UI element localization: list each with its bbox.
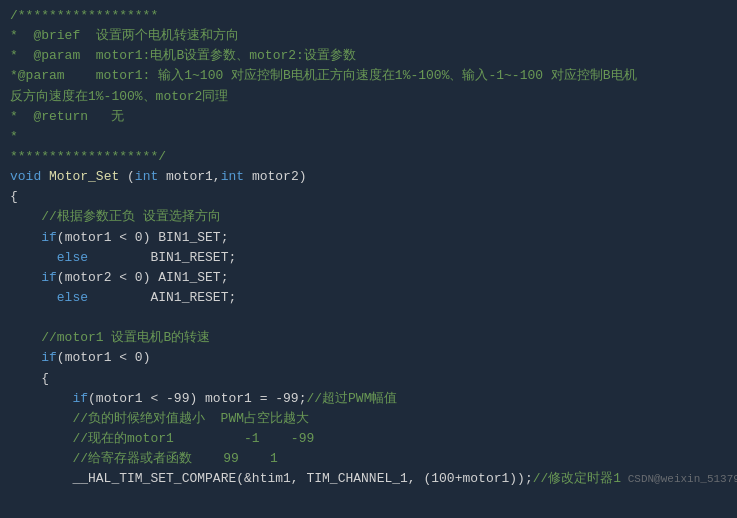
code-line: if(motor2 < 0) AIN1_SET;	[10, 268, 727, 288]
code-line	[10, 308, 727, 328]
code-lines: /******************* @brief 设置两个电机转速和方向*…	[10, 6, 727, 489]
code-line: //给寄存器或者函数 99 1	[10, 449, 727, 469]
code-line: * @param motor1:电机B设置参数、motor2:设置参数	[10, 46, 727, 66]
code-line: //motor1 设置电机B的转速	[10, 328, 727, 348]
code-line: if(motor1 < 0) BIN1_SET;	[10, 228, 727, 248]
code-line: * @return 无	[10, 107, 727, 127]
code-line: {	[10, 369, 727, 389]
code-line: //根据参数正负 设置选择方向	[10, 207, 727, 227]
code-line: if(motor1 < -99) motor1 = -99;//超过PWM幅值	[10, 389, 727, 409]
code-line: else AIN1_RESET;	[10, 288, 727, 308]
code-line: *	[10, 127, 727, 147]
code-line: *******************/	[10, 147, 727, 167]
code-line: {	[10, 187, 727, 207]
code-line: else BIN1_RESET;	[10, 248, 727, 268]
code-line: 反方向速度在1%-100%、motor2同理	[10, 87, 727, 107]
code-line: * @brief 设置两个电机转速和方向	[10, 26, 727, 46]
code-line: //负的时候绝对值越小 PWM占空比越大	[10, 409, 727, 429]
code-line: //现在的motor1 -1 -99	[10, 429, 727, 449]
code-line: /******************	[10, 6, 727, 26]
code-line: *@param motor1: 输入1~100 对应控制B电机正方向速度在1%-…	[10, 66, 727, 86]
code-line: if(motor1 < 0)	[10, 348, 727, 368]
code-editor: /******************* @brief 设置两个电机转速和方向*…	[0, 0, 737, 518]
code-line: void Motor_Set (int motor1,int motor2)	[10, 167, 727, 187]
code-line: __HAL_TIM_SET_COMPARE(&htim1, TIM_CHANNE…	[10, 469, 727, 489]
